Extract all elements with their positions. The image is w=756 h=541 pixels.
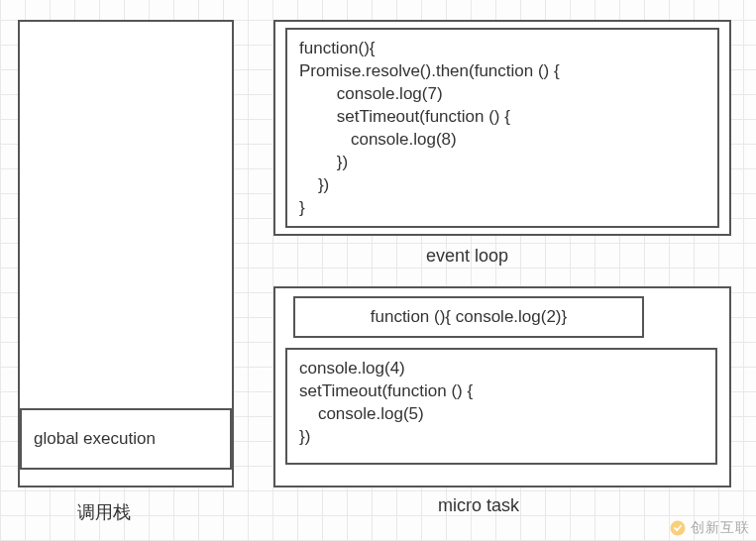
call-stack-caption: 调用栈 (77, 500, 131, 524)
micro-task-item-1: function (){ console.log(2)} (293, 296, 644, 338)
micro-task-item-1-code: function (){ console.log(2)} (371, 306, 567, 329)
event-loop-task: function(){ Promise.resolve().then(funct… (285, 28, 719, 228)
micro-task-item-2: console.log(4) setTimeout(function () { … (285, 348, 717, 465)
watermark: 创新互联 (669, 519, 750, 537)
global-execution-label: global execution (34, 429, 156, 449)
global-execution-frame: global execution (20, 408, 232, 470)
micro-task-caption: micro task (438, 495, 519, 516)
event-loop-code: function(){ Promise.resolve().then(funct… (299, 38, 705, 220)
event-loop-caption: event loop (426, 246, 508, 267)
watermark-icon (669, 519, 687, 537)
micro-task-item-2-code: console.log(4) setTimeout(function () { … (299, 358, 703, 449)
watermark-text: 创新互联 (691, 519, 750, 537)
